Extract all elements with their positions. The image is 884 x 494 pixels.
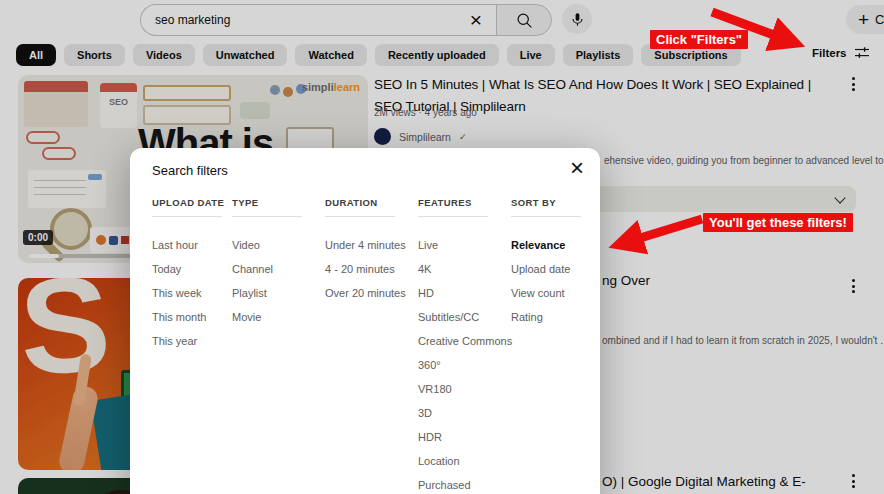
annotation-label-click-filters: Click "Filters" [650, 30, 748, 49]
filter-option-video[interactable]: Video [232, 233, 328, 257]
column-divider [325, 216, 395, 217]
filter-option-hdr[interactable]: HDR [418, 425, 514, 449]
filter-option-channel[interactable]: Channel [232, 257, 328, 281]
search-filters-dialog: Search filters × UPLOAD DATE Last hour T… [130, 148, 600, 494]
column-divider [511, 216, 581, 217]
filter-column-duration: DURATION Under 4 minutes 4 - 20 minutes … [325, 188, 421, 305]
youtube-search-page: × + C All Shorts Videos Unwatched Watche… [0, 0, 884, 494]
filter-column-type: TYPE Video Channel Playlist Movie [232, 188, 328, 329]
filter-option-360[interactable]: 360° [418, 353, 514, 377]
close-icon[interactable]: × [568, 154, 586, 182]
filter-option-playlist[interactable]: Playlist [232, 281, 328, 305]
filter-column-header: FEATURES [418, 188, 514, 216]
filter-option-creative-commons[interactable]: Creative Commons [418, 329, 514, 353]
filter-option-over-20-minutes[interactable]: Over 20 minutes [325, 281, 421, 305]
filter-option-subtitles-cc[interactable]: Subtitles/CC [418, 305, 514, 329]
filter-option-purchased[interactable]: Purchased [418, 473, 514, 494]
filter-option-hd[interactable]: HD [418, 281, 514, 305]
filter-option-vr180[interactable]: VR180 [418, 377, 514, 401]
filter-column-sort-by: SORT BY Relevance Upload date View count… [511, 188, 607, 329]
filter-option-3d[interactable]: 3D [418, 401, 514, 425]
filter-option-under-4-minutes[interactable]: Under 4 minutes [325, 233, 421, 257]
column-divider [152, 216, 222, 217]
sort-option-upload-date[interactable]: Upload date [511, 257, 607, 281]
sort-option-view-count[interactable]: View count [511, 281, 607, 305]
filter-option-this-year[interactable]: This year [152, 329, 248, 353]
filter-option-4-20-minutes[interactable]: 4 - 20 minutes [325, 257, 421, 281]
filter-column-header: DURATION [325, 188, 421, 216]
sort-option-relevance[interactable]: Relevance [511, 233, 607, 257]
filter-option-location[interactable]: Location [418, 449, 514, 473]
filter-option-live[interactable]: Live [418, 233, 514, 257]
filter-column-header: SORT BY [511, 188, 607, 216]
annotation-label-get-filters: You'll get these filters! [703, 213, 853, 232]
column-divider [232, 216, 302, 217]
sort-option-rating[interactable]: Rating [511, 305, 607, 329]
dialog-title: Search filters [152, 163, 228, 178]
filter-column-features: FEATURES Live 4K HD Subtitles/CC Creativ… [418, 188, 514, 494]
filter-column-header: TYPE [232, 188, 328, 216]
filter-option-4k[interactable]: 4K [418, 257, 514, 281]
column-divider [418, 216, 488, 217]
filter-option-movie[interactable]: Movie [232, 305, 328, 329]
